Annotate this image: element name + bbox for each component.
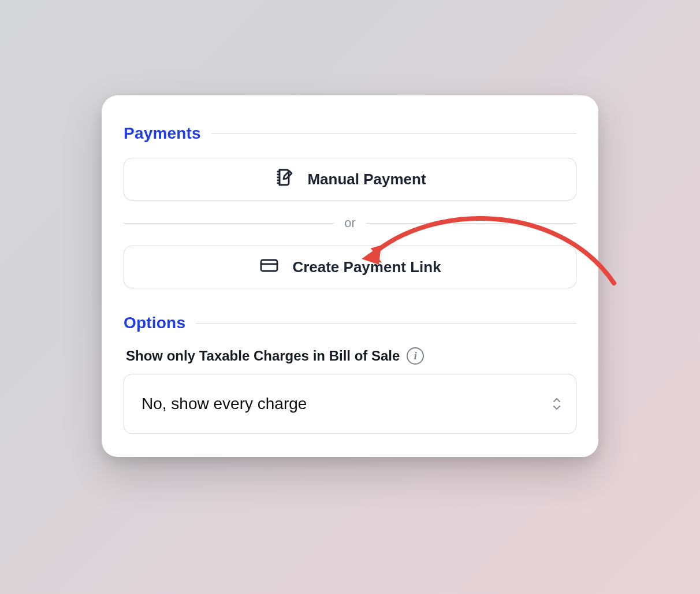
divider — [211, 133, 576, 134]
taxable-charges-label: Show only Taxable Charges in Bill of Sal… — [126, 348, 400, 364]
payments-section-header: Payments — [124, 124, 576, 143]
options-section: Options Show only Taxable Charges in Bil… — [124, 314, 576, 434]
taxable-charges-select-wrap: No, show every charge — [124, 374, 576, 434]
taxable-charges-select[interactable]: No, show every charge — [124, 374, 576, 434]
create-payment-link-button-label: Create Payment Link — [292, 258, 441, 276]
payments-card: Payments Manual Payment or Create Paymen… — [102, 95, 598, 457]
note-edit-icon — [274, 167, 295, 192]
options-section-header: Options — [124, 314, 576, 332]
payments-section-title: Payments — [124, 124, 201, 143]
credit-card-icon — [259, 255, 280, 280]
options-section-title: Options — [124, 314, 185, 332]
create-payment-link-button[interactable]: Create Payment Link — [124, 246, 576, 288]
taxable-charges-label-row: Show only Taxable Charges in Bill of Sal… — [126, 347, 576, 365]
svg-rect-0 — [261, 260, 277, 271]
taxable-charges-select-value: No, show every charge — [142, 395, 307, 413]
or-divider: or — [124, 216, 576, 231]
or-label: or — [344, 216, 356, 231]
divider — [366, 223, 576, 224]
divider — [124, 223, 334, 224]
manual-payment-button[interactable]: Manual Payment — [124, 158, 576, 201]
info-icon[interactable]: i — [407, 347, 424, 365]
manual-payment-button-label: Manual Payment — [307, 170, 426, 188]
divider — [196, 323, 576, 324]
